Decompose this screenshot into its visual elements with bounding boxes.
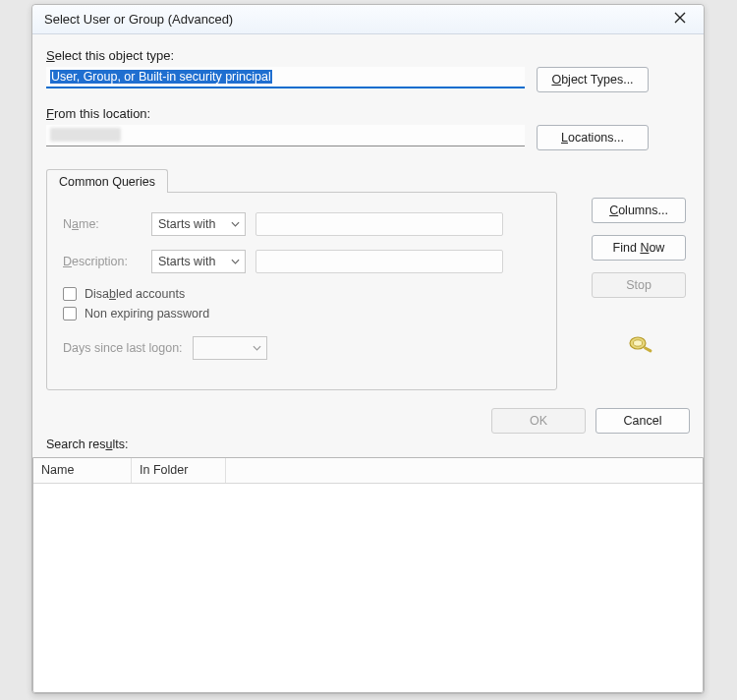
from-location-input[interactable] bbox=[46, 125, 525, 146]
cancel-button[interactable]: Cancel bbox=[595, 408, 690, 434]
description-query-row: Description: Starts with bbox=[63, 250, 540, 273]
search-results-grid[interactable]: Name In Folder bbox=[32, 457, 704, 693]
description-query-input[interactable] bbox=[255, 250, 503, 273]
ok-button[interactable]: OK bbox=[491, 408, 586, 434]
search-icon bbox=[626, 333, 655, 358]
grid-header: Name In Folder bbox=[33, 458, 703, 484]
location-value-redacted bbox=[50, 128, 121, 142]
disabled-accounts-label: Disabled accounts bbox=[85, 287, 185, 301]
footer-buttons: OK Cancel bbox=[46, 408, 690, 434]
object-type-value: User, Group, or Built-in security princi… bbox=[50, 70, 272, 84]
description-label: Description: bbox=[63, 255, 142, 268]
days-since-logon-label: Days since last logon: bbox=[63, 341, 183, 355]
disabled-accounts-checkbox[interactable] bbox=[63, 287, 77, 301]
select-user-group-dialog: Select User or Group (Advanced) Select t… bbox=[31, 4, 705, 694]
object-type-input[interactable]: User, Group, or Built-in security princi… bbox=[46, 67, 525, 88]
chevron-down-icon bbox=[231, 258, 240, 266]
column-header-spacer bbox=[226, 458, 703, 483]
close-icon bbox=[674, 12, 686, 27]
name-query-input[interactable] bbox=[255, 212, 503, 236]
common-queries-panel: Name: Starts with Description: bbox=[46, 192, 557, 390]
days-since-logon-row: Days since last logon: bbox=[63, 336, 540, 360]
locations-button[interactable]: Locations... bbox=[537, 125, 649, 150]
name-label: Name: bbox=[63, 217, 142, 231]
close-button[interactable] bbox=[664, 9, 696, 30]
from-location-row: Locations... bbox=[46, 125, 690, 150]
find-now-button[interactable]: Find Now bbox=[592, 235, 686, 261]
dialog-body: Select this object type: User, Group, or… bbox=[32, 34, 704, 693]
object-type-label: Select this object type: bbox=[46, 48, 690, 63]
grid-body bbox=[33, 484, 703, 692]
columns-button[interactable]: Columns... bbox=[592, 198, 686, 223]
object-types-button[interactable]: Object Types... bbox=[537, 67, 649, 92]
column-header-name[interactable]: Name bbox=[33, 458, 132, 483]
disabled-accounts-row: Disabled accounts bbox=[63, 287, 540, 301]
name-match-combo[interactable]: Starts with bbox=[151, 212, 246, 236]
stop-button[interactable]: Stop bbox=[592, 272, 686, 298]
object-type-row: User, Group, or Built-in security princi… bbox=[46, 67, 690, 92]
column-header-in-folder[interactable]: In Folder bbox=[132, 458, 226, 483]
days-since-logon-combo[interactable] bbox=[193, 336, 267, 360]
dialog-title: Select User or Group (Advanced) bbox=[44, 12, 664, 27]
svg-point-1 bbox=[634, 340, 643, 346]
chevron-down-icon bbox=[231, 220, 240, 229]
titlebar: Select User or Group (Advanced) bbox=[32, 5, 704, 34]
search-results-label: Search results: bbox=[46, 438, 690, 451]
description-match-combo[interactable]: Starts with bbox=[151, 250, 246, 273]
name-query-row: Name: Starts with bbox=[63, 212, 540, 236]
svg-rect-2 bbox=[644, 346, 652, 353]
chevron-down-icon bbox=[253, 344, 261, 353]
non-expiring-row: Non expiring password bbox=[63, 307, 540, 321]
from-location-label: From this location: bbox=[46, 106, 690, 121]
tab-common-queries[interactable]: Common Queries bbox=[46, 169, 168, 193]
non-expiring-label: Non expiring password bbox=[85, 307, 209, 321]
non-expiring-checkbox[interactable] bbox=[63, 307, 77, 321]
right-button-column: Columns... Find Now Stop bbox=[592, 198, 690, 358]
